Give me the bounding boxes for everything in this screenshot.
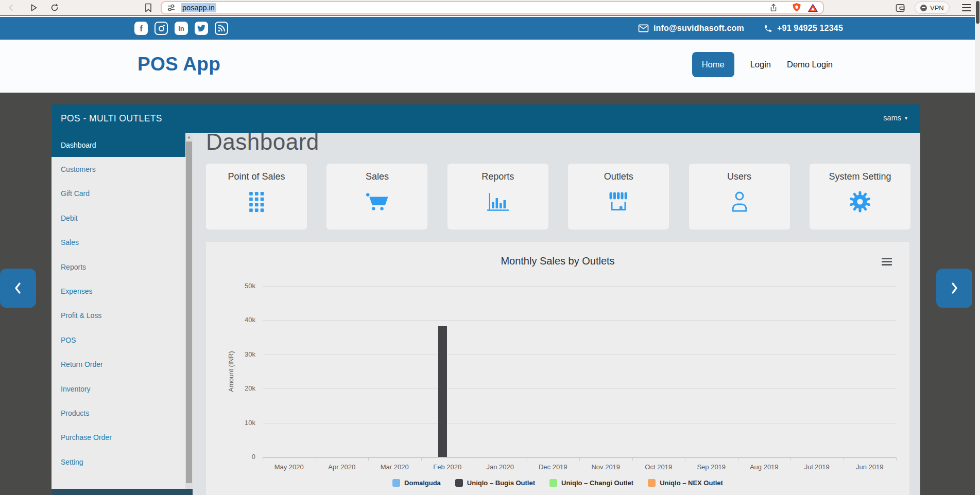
pos-sidebar: DashboardCustomersGift CardDebitSalesRep… [51,133,193,489]
tile-label: Point of Sales [206,171,307,182]
rss-icon[interactable] [215,22,228,35]
legend-label: Domalguda [404,479,441,487]
tile-outlets[interactable]: Outlets [568,164,669,229]
sidebar-item-pos[interactable]: POS [51,328,193,352]
sidebar-item-products[interactable]: Products [51,401,193,425]
nav-home[interactable]: Home [692,52,734,77]
bar-uniqlo-bugis-outlet-feb-2020[interactable] [438,326,447,457]
sidebar-item-profit-loss[interactable]: Profit & Loss [51,304,193,328]
user-menu-label: sams [883,114,901,122]
phone-link[interactable]: +91 94925 12345 [764,24,843,33]
page-scrollbar[interactable] [975,0,980,495]
nav-demo-login[interactable]: Demo Login [787,60,833,69]
user-menu[interactable]: sams ▾ [883,114,907,122]
xlabel-jul-2019: Jul 2019 [790,463,843,471]
tile-point-of-sales[interactable]: Point of Sales [206,164,307,229]
wallet-icon[interactable] [895,3,905,13]
carousel-prev-button[interactable] [0,269,36,308]
sidebar-item-return-order[interactable]: Return Order [51,352,193,377]
brave-shield-icon[interactable] [792,3,801,13]
gear-icon [810,188,910,215]
tile-system-setting[interactable]: System Setting [810,164,910,229]
url-bar[interactable]: posapp.in [161,1,824,14]
share-icon[interactable] [769,3,778,12]
sidebar-item-sales[interactable]: Sales [51,231,193,255]
legend-label: Uniqlo – Changi Outlet [561,479,633,487]
linkedin-icon[interactable]: in [175,22,188,35]
brave-rewards-icon[interactable] [808,4,818,12]
instagram-icon[interactable] [154,22,168,35]
facebook-icon[interactable]: f [134,22,148,35]
sidebar-item-debit[interactable]: Debit [51,206,193,230]
vpn-button[interactable]: VPN [915,2,950,14]
divider [785,4,785,12]
cart-icon [326,188,427,215]
tile-label: System Setting [810,171,910,182]
pos-app-screenshot: POS - MULTI OUTLETS sams ▾ DashboardCust… [51,104,920,495]
dashboard-tiles: Point of SalesSalesReportsOutletsUsersSy… [206,164,910,229]
x-tick [738,457,738,461]
caret-down-icon: ▾ [905,115,907,121]
back-icon[interactable] [6,3,16,13]
legend-item-uniqlo-nex-outlet[interactable]: Uniqlo – NEX Outlet [648,479,723,487]
gridline-30k [263,355,896,355]
tile-users[interactable]: Users [689,164,790,229]
browser-window: posapp.in VPN fin [0,0,980,495]
forward-icon[interactable] [28,3,39,13]
legend-swatch [392,479,400,487]
mail-icon [638,24,649,32]
gridline-10k [263,423,896,423]
site-logo[interactable]: POS App [137,54,220,75]
page-title: Dashboard [206,129,319,155]
social-bar: fin info@suvidhasoft.com +91 94925 12345 [0,17,975,40]
sidebar-item-setting[interactable]: Setting [51,450,193,474]
sidebar-item-customers[interactable]: Customers [51,157,193,181]
tile-label: Sales [326,171,427,182]
tile-label: Reports [448,171,548,182]
legend-label: Uniqlo – NEX Outlet [660,479,723,487]
legend-item-uniqlo-bugis-outlet[interactable]: Uniqlo – Bugis Outlet [455,479,535,487]
xlabel-aug-2019: Aug 2019 [738,463,790,471]
sidebar-item-dashboard[interactable]: Dashboard [51,133,193,157]
scrollbar-thumb[interactable] [186,142,192,483]
legend-item-uniqlo-changi-outlet[interactable]: Uniqlo – Changi Outlet [549,479,633,487]
scrollbar-up-icon[interactable]: ▲ [185,133,193,141]
tune-icon[interactable] [167,4,176,12]
nav-login[interactable]: Login [750,60,771,69]
legend-swatch [549,479,557,487]
carousel: POS - MULTI OUTLETS sams ▾ DashboardCust… [0,93,975,495]
chart-context-menu-icon[interactable] [882,258,892,266]
xlabel-feb-2020: Feb 2020 [421,463,474,471]
legend-item-domalguda[interactable]: Domalguda [392,479,441,487]
sidebar-scrollbar[interactable]: ▲ [185,133,193,489]
x-tick [844,457,844,461]
reload-icon[interactable] [49,3,60,13]
vpn-label: VPN [930,4,944,12]
sidebar-item-reports[interactable]: Reports [51,255,193,279]
gridline-50k [263,286,896,287]
x-tick [368,457,369,461]
carousel-next-button[interactable] [936,269,972,308]
browser-menu-icon[interactable] [962,4,971,11]
sidebar-item-purchase-order[interactable]: Purchase Order [51,426,193,450]
twitter-icon[interactable] [195,22,208,35]
user-icon [689,188,790,215]
sidebar-item-gift-card[interactable]: Gift Card [51,182,193,206]
tile-reports[interactable]: Reports [448,164,548,229]
email-link[interactable]: info@suvidhasoft.com [638,24,744,33]
url-text[interactable]: posapp.in [181,3,216,12]
sidebar-item-inventory[interactable]: Inventory [51,377,193,401]
page-scrollbar-thumb[interactable] [976,1,979,24]
xlabel-mar-2020: Mar 2020 [368,463,421,471]
xlabel-jan-2020: Jan 2020 [474,463,526,471]
sidebar-item-expenses[interactable]: Expenses [51,279,193,303]
tile-sales[interactable]: Sales [326,164,427,229]
x-tick [421,457,422,461]
gridline-20k [263,388,896,389]
xlabel-dec-2019: Dec 2019 [527,463,579,471]
bookmark-icon[interactable] [143,3,153,13]
x-tick [685,457,685,461]
legend-swatch [455,479,463,487]
xlabel-sep-2019: Sep 2019 [685,463,737,471]
vpn-status-icon [920,5,927,11]
